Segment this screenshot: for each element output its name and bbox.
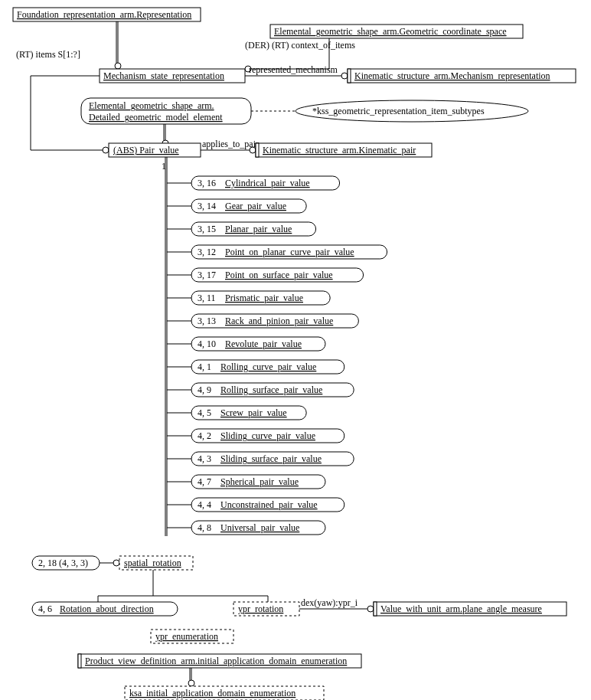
pv-name-7: Revolute_pair_value [225,339,302,349]
pv-name-9: Rolling_surface_pair_value [220,384,322,395]
pair-value-label: (ABS) Pair_value [113,145,179,155]
rotation-about-label: Rotation_about_direction [60,604,154,614]
elemental-detail-l1: Elemental_geometric_shape_arm. [89,100,214,111]
context-label: (DER) (RT) context_of_items [245,40,355,51]
svg-point-43 [367,606,374,612]
pv-name-2: Planar_pair_value [225,224,292,234]
pv-pg-3: 3, 12 [198,247,216,257]
pv-name-8: Rolling_curve_pair_value [220,361,316,372]
svg-point-2 [115,63,121,69]
kin-pair-label: Kinematic_structure_arm.Kinematic_pair [263,145,416,155]
pv-name-4: Point_on_surface_pair_value [225,270,333,280]
: 4, 6 [38,604,52,614]
plane-angle-box-edge [374,602,377,616]
pv-pg-4: 3, 17 [198,270,216,280]
dex-yaw-label: dex(yaw):ypr_i [301,597,358,608]
pv-pg-9: 4, 9 [198,384,211,395]
kss-subtypes-label: *kss_geometric_representation_item_subty… [312,106,485,116]
page-218-label: 2, 18 (4, 3, 3) [38,558,88,568]
elemental-coord-label: Elemental_geometric_shape_arm.Geometric_… [274,26,507,37]
pv-pg-11: 4, 2 [198,430,211,441]
pv-pg-2: 3, 15 [198,224,216,234]
pv-name-3: Point_on_planar_curve_pair_value [225,247,354,257]
pv-pg-13: 4, 7 [198,476,211,487]
plane-angle-label: Value_with_unit_arm.plane_angle_measure [380,604,542,614]
ksa-enum-label: ksa_initial_application_domain_enumerati… [129,688,296,698]
product-view-box-edge [78,654,81,668]
pv-name-15: Universal_pair_value [220,522,299,533]
pv-name-0: Cylindrical_pair_value [225,178,310,188]
pv-name-13: Spherical_pair_value [220,476,299,487]
pv-pg-6: 3, 13 [198,316,216,326]
svg-point-37 [113,560,119,566]
svg-point-11 [103,147,109,153]
spatial-rotation-label: spatial_rotation [124,558,181,568]
ypr-enum-label: ypr_enumeration [155,631,218,642]
kin-mech-box-edge [348,69,351,83]
foundation-label: Foundation_representation_arm.Representa… [17,9,191,20]
pv-name-6: Rack_and_pinion_pair_value [225,316,333,326]
pv-name-14: Unconstrained_pair_value [220,499,318,510]
pv-name-1: Gear_pair_value [225,201,286,211]
mech-state-label: Mechanism_state_representation [103,70,224,81]
ypr-rotation-label: ypr_rotation [238,604,283,614]
svg-point-7 [341,73,348,79]
pv-pg-12: 4, 3 [198,453,211,464]
pv-name-10: Screw_pair_value [220,407,287,418]
product-view-label: Product_view_definition_arm.initial_appl… [85,656,347,666]
applies-label: applies_to_pair [202,139,259,149]
elemental-detail-l2: Detailed_geometric_model_element [89,112,223,123]
pv-pg-14: 4, 4 [198,499,211,510]
svg-point-46 [188,680,194,686]
pv-pg-7: 4, 10 [198,339,216,349]
rt-items-label: (RT) items S[1:?] [16,49,80,60]
pv-pg-0: 3, 16 [198,178,216,188]
pv-name-5: Prismatic_pair_value [225,293,303,303]
kin-pair-box-edge [256,143,259,157]
pv-pg-15: 4, 8 [198,522,211,533]
pv-name-12: Sliding_surface_pair_value [220,453,322,464]
pv-pg-8: 4, 1 [198,361,211,372]
pv-name-11: Sliding_curve_pair_value [220,430,315,441]
pv-pg-1: 3, 14 [198,201,216,211]
pv-pg-5: 3, 11 [198,293,216,303]
repmech-label: represented_mechanism [249,64,338,75]
pv-pg-10: 4, 5 [198,407,211,418]
kin-mech-label: Kinematic_structure_arm.Mechanism_repres… [354,70,550,81]
express-g-diagram: Foundation_representation_arm.Representa… [0,0,591,700]
